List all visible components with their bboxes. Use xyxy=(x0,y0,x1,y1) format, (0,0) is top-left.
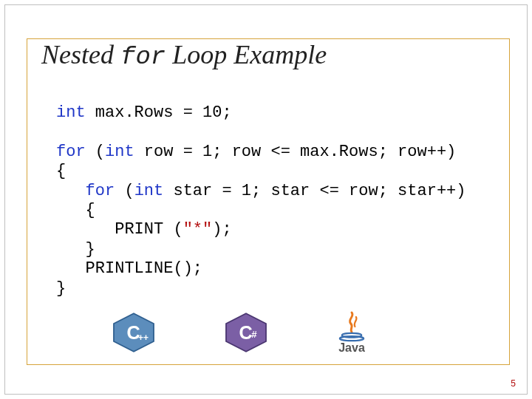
kw-int: int xyxy=(56,103,86,122)
kw-for: for xyxy=(56,143,86,161)
csharp-logo: C # xyxy=(223,313,269,352)
code-l6b: ); xyxy=(212,220,231,239)
code-block: int max.Rows = 10; for (int row = 1; row… xyxy=(56,103,466,299)
csharp-badge-text: # xyxy=(251,329,257,340)
code-l2a: ( xyxy=(86,143,105,161)
page-number: 5 xyxy=(511,378,516,389)
java-cup-icon xyxy=(335,310,368,343)
title-post: Loop Example xyxy=(166,40,327,69)
code-l4r: star = 1; star <= row; star++) xyxy=(163,182,466,200)
cpp-logo: C ++ xyxy=(111,313,157,352)
title-pre: Nested xyxy=(41,40,120,69)
code-l4i xyxy=(56,182,86,200)
code-l6-str: "*" xyxy=(183,220,213,239)
svg-point-5 xyxy=(340,336,364,341)
kw-int3: int xyxy=(134,182,164,200)
csharp-hex-icon: C # xyxy=(223,313,269,352)
code-l9: } xyxy=(56,279,66,298)
code-l6a: PRINT ( xyxy=(56,220,183,239)
cpp-hex-icon: C ++ xyxy=(111,313,157,352)
java-logo: Java xyxy=(335,310,368,355)
code-l7: } xyxy=(56,240,95,259)
svg-text:C: C xyxy=(239,322,252,343)
code-l1: max.Rows = 10; xyxy=(86,103,232,122)
slide-title: Nested for Loop Example xyxy=(41,41,334,75)
language-logos: C ++ C # Java xyxy=(111,310,368,355)
kw-for2: for xyxy=(86,182,115,200)
code-l5: { xyxy=(56,201,95,219)
cpp-badge-text: ++ xyxy=(138,332,149,343)
code-l2r: row = 1; row <= max.Rows; row++) xyxy=(134,143,457,161)
code-l8: PRINTLINE(); xyxy=(56,259,202,278)
code-l3: { xyxy=(56,162,66,180)
title-for-kw: for xyxy=(120,43,166,71)
slide: Nested for Loop Example int max.Rows = 1… xyxy=(0,0,532,399)
code-l4a: ( xyxy=(115,182,134,200)
kw-int2: int xyxy=(105,143,134,161)
java-label: Java xyxy=(338,341,365,355)
